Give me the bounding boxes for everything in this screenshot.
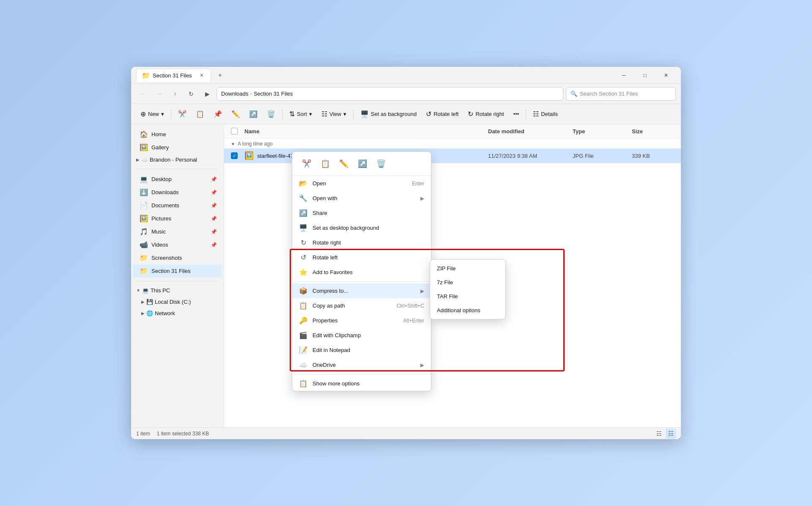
section31-icon: 📁 — [140, 267, 148, 275]
paste-button[interactable]: 📌 — [209, 108, 226, 120]
localdisk-icon: 💾 — [146, 299, 153, 305]
sidebar-item-videos[interactable]: 📹 Videos 📌 — [133, 238, 222, 251]
sidebar-item-brandon[interactable]: ▶ ☁️ Brandon - Personal — [133, 154, 222, 165]
rotate-right-button[interactable]: ↻ Rotate right — [464, 108, 508, 120]
sidebar-item-documents[interactable]: 📄 Documents 📌 — [133, 199, 222, 212]
sort-button[interactable]: ⇅ Sort ▾ — [285, 108, 316, 120]
rename-button[interactable]: ✏️ — [227, 108, 244, 120]
back-button[interactable]: ← — [136, 87, 150, 101]
refresh-button[interactable]: ↻ — [184, 87, 198, 101]
ctx-rotateleft-icon: ↺ — [299, 253, 307, 261]
compress-7z-item[interactable]: 7z File — [430, 275, 505, 289]
pictures-icon: 🖼️ — [140, 214, 148, 223]
file-checkbox[interactable]: ✓ — [231, 152, 244, 159]
list-view-button[interactable]: ☷ — [654, 429, 664, 439]
compress-tar-item[interactable]: TAR File — [430, 289, 505, 303]
ctx-notepad-item[interactable]: 📝 Edit in Notepad — [292, 343, 431, 358]
sort-label: Sort — [297, 111, 307, 117]
breadcrumb-section31[interactable]: Section 31 Files — [254, 91, 293, 97]
compress-additional-item[interactable]: Additional options — [430, 303, 505, 317]
new-button[interactable]: ⊕ New ▾ — [136, 108, 168, 120]
tab-close-button[interactable]: ✕ — [198, 72, 206, 79]
sidebar-item-music[interactable]: 🎵 Music 📌 — [133, 225, 222, 238]
view-button[interactable]: ☷ View ▾ — [317, 108, 351, 120]
breadcrumb-separator: › — [250, 91, 252, 97]
sidebar-divider-1 — [136, 169, 219, 169]
ctx-addfav-icon: ⭐ — [299, 268, 307, 276]
grid-view-button[interactable]: ☷ — [666, 429, 676, 439]
context-menu: ✂️ 📋 ✏️ ↗️ 🗑️ 📂 Open Enter 🔧 Open with ▶… — [292, 151, 431, 391]
header-size[interactable]: Size — [632, 128, 674, 135]
tab-section31[interactable]: 📁 Section 31 Files ✕ — [136, 69, 211, 82]
localdisk-expand-icon: ▶ — [141, 300, 145, 304]
ctx-rotateright-item[interactable]: ↻ Rotate right — [292, 235, 431, 250]
sidebar-item-pictures[interactable]: 🖼️ Pictures 📌 — [133, 212, 222, 225]
up-button[interactable]: ↑ — [168, 87, 182, 101]
ctx-setdesktop-item[interactable]: 🖥️ Set as desktop background — [292, 220, 431, 235]
ctx-onedrive-item[interactable]: ☁️ OneDrive ▶ — [292, 358, 431, 372]
close-button[interactable]: ✕ — [656, 69, 676, 82]
header-date[interactable]: Date modified — [488, 128, 573, 135]
toolbar-separator-4 — [526, 109, 526, 119]
file-type-icon: 🖼️ — [244, 151, 254, 160]
search-icon: 🔍 — [571, 91, 577, 97]
search-bar[interactable]: 🔍 Search Section 31 Files — [566, 87, 676, 101]
delete-button[interactable]: 🗑️ — [263, 108, 280, 120]
sidebar-item-section31[interactable]: 📁 Section 31 Files — [133, 264, 222, 278]
forward-button[interactable]: → — [152, 87, 166, 101]
ctx-share-item[interactable]: ↗️ Share — [292, 206, 431, 220]
set-background-button[interactable]: 🖥️ Set as background — [356, 108, 421, 120]
header-name[interactable]: Name — [244, 128, 488, 135]
share-button[interactable]: ↗️ — [245, 108, 262, 120]
thispc-expand-icon: ▼ — [136, 288, 140, 293]
ctx-copypath-label: Copy as path — [313, 302, 392, 309]
sidebar-item-screenshots[interactable]: 📁 Screenshots — [133, 251, 222, 264]
header-type[interactable]: Type — [573, 128, 632, 135]
ctx-copy-button[interactable]: 📋 — [318, 156, 333, 171]
rotate-left-button[interactable]: ↺ Rotate left — [422, 108, 463, 120]
ctx-copypath-item[interactable]: 📋 Copy as path Ctrl+Shift+C — [292, 298, 431, 313]
ctx-addfav-item[interactable]: ⭐ Add to Favorites — [292, 265, 431, 280]
more-options-button[interactable]: ••• — [509, 109, 524, 119]
details-button[interactable]: ☷ Details — [529, 108, 562, 120]
ctx-cut-button[interactable]: ✂️ — [299, 156, 314, 171]
ctx-clipchamp-item[interactable]: 🎬 Edit with Clipchamp — [292, 328, 431, 343]
ctx-divider-1 — [292, 281, 431, 282]
sidebar-item-home[interactable]: 🏠 Home — [133, 128, 222, 141]
ctx-rotateleft-item[interactable]: ↺ Rotate left — [292, 250, 431, 265]
breadcrumb-bar[interactable]: Downloads › Section 31 Files — [217, 87, 563, 101]
address-bar: ← → ↑ ↻ ▶ Downloads › Section 31 Files 🔍… — [131, 84, 681, 104]
desktop-icon: 💻 — [140, 175, 148, 183]
network-expand-icon: ▶ — [141, 311, 145, 316]
ctx-rename-button[interactable]: ✏️ — [336, 156, 351, 171]
sidebar-divider-2 — [136, 281, 219, 281]
context-menu-top: ✂️ 📋 ✏️ ↗️ 🗑️ — [292, 152, 431, 176]
sidebar-item-network[interactable]: ▶ 🌐 Network — [133, 308, 222, 319]
documents-icon: 📄 — [140, 201, 148, 209]
ctx-openwith-item[interactable]: 🔧 Open with ▶ — [292, 191, 431, 206]
ctx-moreoptions-item[interactable]: 📋 Show more options — [292, 376, 431, 391]
sidebar-item-localdisk[interactable]: ▶ 💾 Local Disk (C:) — [133, 296, 222, 308]
sidebar-item-downloads[interactable]: ⬇️ Downloads 📌 — [133, 186, 222, 199]
details-label: Details — [541, 111, 558, 117]
header-check[interactable] — [231, 128, 244, 135]
desktop-pin-icon: 📌 — [211, 176, 217, 182]
downloads-icon: ⬇️ — [140, 188, 148, 196]
ctx-open-item[interactable]: 📂 Open Enter — [292, 176, 431, 191]
minimize-button[interactable]: ─ — [614, 69, 634, 82]
ctx-compress-item[interactable]: 📦 Compress to... ▶ — [292, 283, 431, 298]
brandon-expand-icon: ▶ — [136, 157, 140, 162]
thispc-icon: 💻 — [142, 287, 149, 294]
sidebar-item-thispc[interactable]: ▼ 💻 This PC — [133, 285, 222, 296]
maximize-button[interactable]: □ — [635, 69, 655, 82]
sidebar-item-desktop[interactable]: 💻 Desktop 📌 — [133, 173, 222, 186]
ctx-share-button[interactable]: ↗️ — [355, 156, 370, 171]
new-tab-button[interactable]: + — [214, 69, 226, 81]
ctx-delete-button[interactable]: 🗑️ — [373, 156, 389, 171]
cut-button[interactable]: ✂️ — [174, 108, 191, 120]
breadcrumb-downloads[interactable]: Downloads — [221, 91, 248, 97]
sidebar-item-gallery[interactable]: 🖼️ Gallery — [133, 141, 222, 154]
ctx-properties-item[interactable]: 🔑 Properties Alt+Enter — [292, 313, 431, 328]
copy-button[interactable]: 📋 — [192, 108, 208, 120]
compress-zip-item[interactable]: ZIP File — [430, 261, 505, 275]
